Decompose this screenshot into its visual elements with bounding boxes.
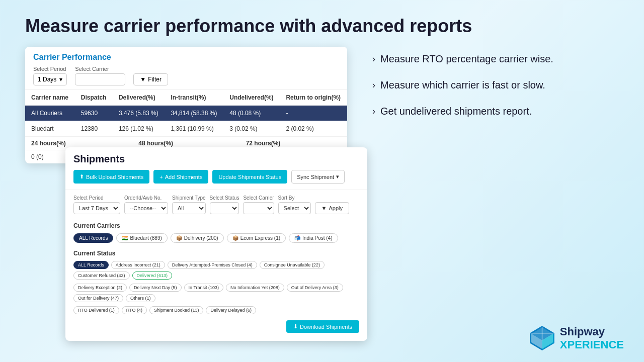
all-couriers-undelivered: 48 (0.08 %) [223,106,280,121]
update-status-button[interactable]: Update Shipments Status [212,170,287,184]
status-rto-delivered[interactable]: RTO Delivered (1) [73,306,119,314]
period-select[interactable]: 1 Days ▾ [33,73,67,85]
carrier-card-title: Carrier Performance [33,53,339,62]
status-delivery-delayed[interactable]: Delivery Delayed (6) [206,306,256,314]
select-carrier-filter-label: Select Carrier [243,195,274,201]
carrier-table: Carrier name Dispatch Delivered(%) In-tr… [25,90,347,137]
bullet-text-2: Measure which carrier is fast or slow. [380,78,545,92]
bluedart-dispatch: 12380 [75,121,113,137]
sort-by-label: Sort By [278,195,311,201]
filter-label: Filter [148,76,162,83]
table-row: All Couriers 59630 3,476 (5.83 %) 34,814… [25,106,347,121]
select-status-label: Select Status [210,195,239,201]
indiapost-icon: 📬 [294,235,300,241]
bluedart-intransit[interactable]: 1,361 (10.99 %) [165,121,223,137]
status-all[interactable]: ALL Records [73,261,109,269]
delhivery-icon: 📦 [176,235,182,241]
status-pills-container: ALL Records Address Incorrect (21) Deliv… [65,259,367,282]
orderid-label: OrderId/Awb No. [124,195,168,201]
col-return: Return to origin(%) [280,90,347,106]
all-couriers-return: - [280,106,347,121]
sync-button[interactable]: Sync Shipment ▾ [291,170,345,184]
col-carrier-name: Carrier name [25,90,75,106]
bullet-item-2: › Measure which carrier is fast or slow. [372,78,629,92]
apply-label: Apply [329,205,343,211]
status-no-info[interactable]: No Information Yet (208) [226,284,284,292]
status-in-transit[interactable]: In Transit (103) [184,284,224,292]
sync-chevron-icon: ▾ [336,173,339,180]
bulk-upload-icon: ⬆ [79,173,84,180]
download-area: ⬇ Download Shipments [65,316,367,335]
page-title: Measure carrier performance with advance… [0,0,644,47]
all-couriers-delivered: 3,476 (5.83 %) [113,106,165,121]
carrier-pill-ecom[interactable]: 📦 Ecom Express (1) [227,233,286,243]
screenshots-area: Carrier Performance Select Period 1 Days… [15,47,357,313]
period-chevron-icon: ▾ [59,76,62,83]
col-dispatch: Dispatch [75,90,113,106]
sort-by-select[interactable]: Select [278,202,311,214]
all-couriers-name: All Couriers [25,106,75,121]
filter-button[interactable]: ▼ Filter [133,73,168,85]
carrier-input[interactable] [75,73,125,85]
period-filter-select[interactable]: Last 7 Days [73,202,120,214]
status-select[interactable] [210,202,239,214]
period-filter-label: Select Period [73,195,120,201]
status-pills-row2: Delivery Exception (2) Delivery Next Day… [65,282,367,304]
carrier-pill-indiapost[interactable]: 📬 India Post (4) [289,233,338,243]
bullet-arrow-icon-3: › [372,105,375,118]
logo-text: Shipway XPERIENCE [560,325,624,351]
update-label: Update Shipments Status [218,174,281,180]
apply-button[interactable]: ▼ Apply [315,202,349,214]
status-others[interactable]: Others (1) [126,294,155,302]
status-out-delivery-area[interactable]: Out of Delivery Area (3) [287,284,343,292]
status-delivered[interactable]: Delivered (613) [132,272,173,280]
bullet-item-3: › Get undelivered shipments report. [372,104,629,118]
shipment-type-label: Shipment Type [172,195,206,201]
select-period-label: Select Period [33,66,67,72]
all-couriers-intransit: 34,814 (58.38 %) [165,106,223,121]
status-out-for-delivery[interactable]: Out for Delivery (47) [73,294,123,302]
bulk-upload-button[interactable]: ⬆ Bulk Upload Shipments [73,170,149,184]
download-shipments-button[interactable]: ⬇ Download Shipments [286,320,359,333]
status-address-incorrect[interactable]: Address Incorrect (21) [111,261,165,269]
status-rto[interactable]: RTO (4) [122,306,147,314]
status-shipment-booked[interactable]: Shipment Booked (13) [149,306,204,314]
shipments-title: Shipments [73,153,359,165]
status-pills-row3: RTO Delivered (1) RTO (4) Shipment Booke… [65,304,367,316]
status-consignee-unavailable[interactable]: Consignee Unavailable (22) [260,261,325,269]
status-delivery-next-day[interactable]: Delivery Next Day (5) [129,284,182,292]
bluedart-name: Bluedart [25,121,75,137]
add-shipments-button[interactable]: + Add Shipments [153,170,208,184]
delhivery-label: Delhivery (200) [184,235,218,241]
filters-row: Select Period Last 7 Days OrderId/Awb No… [65,190,367,219]
status-customer-refused[interactable]: Customer Refused (43) [73,272,130,280]
col-delivered: Delivered(%) [113,90,165,106]
carriers-pills-container: ALL Records 🇮🇳 Bluedart (889) 📦 Delhiver… [65,231,367,247]
col-intransit: In-transit(%) [165,90,223,106]
table-row: Bluedart 12380 126 (1.02 %) 1,361 (10.99… [25,121,347,137]
add-icon: + [159,174,163,180]
carrier-pill-bluedart[interactable]: 🇮🇳 Bluedart (889) [116,233,167,243]
status-delivery-attempted[interactable]: Delivery Attempted-Premises Closed (4) [168,261,257,269]
download-icon: ⬇ [293,323,298,330]
bluedart-pill-label: Bluedart (889) [130,235,162,241]
logo-area: Shipway XPERIENCE [528,324,624,352]
bluedart-undelivered[interactable]: 3 (0.02 %) [223,121,280,137]
carrier-pill-all[interactable]: ALL Records [73,233,113,243]
ecom-label: Ecom Express (1) [240,235,280,241]
add-label: Add Shipments [165,174,203,180]
bluedart-flag-icon: 🇮🇳 [122,235,128,241]
orderid-select[interactable]: --Choose-- [124,202,168,214]
carrier-pill-delhivery[interactable]: 📦 Delhivery (200) [171,233,224,243]
select-carrier-label: Select Carrier [75,66,125,72]
status-delivery-exception[interactable]: Delivery Exception (2) [73,284,127,292]
bullet-item-1: › Measure RTO percentage carrier wise. [372,52,629,66]
bluedart-delivered[interactable]: 126 (1.02 %) [113,121,165,137]
carrier-all-label: ALL Records [79,235,108,241]
bluedart-return[interactable]: 2 (0.02 %) [280,121,347,137]
bulk-upload-label: Bulk Upload Shipments [86,174,143,180]
carrier-filter-select[interactable] [243,202,274,214]
current-status-title: Current Status [65,247,367,259]
logo-icon [528,324,556,352]
shipment-type-select[interactable]: All [172,202,206,214]
